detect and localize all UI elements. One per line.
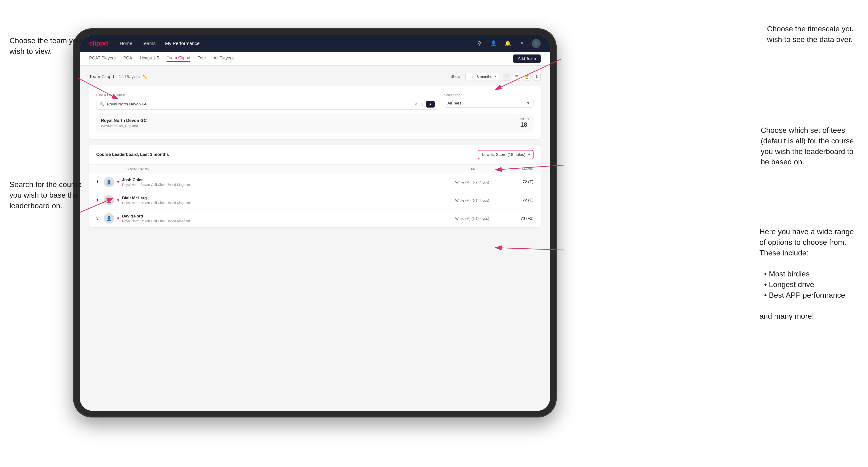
top-nav: clippd Home Teams My Performance ⚲ 👤 🔔 ⚬… xyxy=(80,35,550,52)
tee-select-wrap[interactable]: All Tees ▼ xyxy=(444,99,533,107)
bell-icon[interactable]: 🔔 xyxy=(503,39,512,48)
show-label: Show: xyxy=(451,74,462,79)
player-info-2: Blair McHarg Royal North Devon Golf Club… xyxy=(122,196,439,205)
nav-icons: ⚲ 👤 🔔 ⚬ 👤 xyxy=(475,39,540,48)
avatar-icon[interactable]: 👤 xyxy=(532,39,540,48)
leaderboard-title: Course Leaderboard, Last 3 months xyxy=(96,152,169,157)
download-button[interactable]: ⬇ xyxy=(533,73,540,81)
holes-box: Holes 18 xyxy=(519,118,529,128)
rank-1: 1 xyxy=(96,180,104,184)
leaderboard-col-headers: PLAYER NAME TEE SCORE xyxy=(89,165,540,173)
sub-nav-left: PGAT Players PGA Hcaps 1-5 Team Clippd T… xyxy=(89,55,234,62)
nav-link-myperformance[interactable]: My Performance xyxy=(165,41,200,46)
annotation-mid-right: Choose which set of tees(default is all)… xyxy=(761,125,854,167)
player-info-1: Josh Coles Royal North Devon Golf Club, … xyxy=(122,178,439,187)
sub-nav-team-clippd[interactable]: Team Clippd xyxy=(166,55,190,62)
rank-3: 3 xyxy=(96,216,104,221)
sub-nav: PGAT Players PGA Hcaps 1-5 Team Clippd T… xyxy=(80,52,550,66)
search-col: Find a Golf Course 🔍 ✕ ☆ ★ xyxy=(96,93,438,110)
view-toggle-buttons: ⊞ ☰ 🏆 ⬇ xyxy=(503,73,540,81)
add-team-button[interactable]: Add Team xyxy=(513,55,540,63)
tablet-screen: clippd Home Teams My Performance ⚲ 👤 🔔 ⚬… xyxy=(80,35,550,411)
annotation-top-right: Choose the timescale youwish to see the … xyxy=(767,24,854,45)
player-tee-3: White (M) (6,744 yds) xyxy=(439,217,505,220)
app-container: clippd Home Teams My Performance ⚲ 👤 🔔 ⚬… xyxy=(80,35,550,411)
nav-links: Home Teams My Performance xyxy=(120,41,475,46)
avatar-1: 👤 xyxy=(104,177,114,187)
search-magnify-icon: 🔍 xyxy=(100,102,104,106)
nav-link-home[interactable]: Home xyxy=(120,41,132,46)
course-result: Royal North Devon GC Westward Ho!, Engla… xyxy=(96,114,533,132)
heart-icon-3[interactable]: ♥ xyxy=(117,216,119,220)
search-icon[interactable]: ⚲ xyxy=(475,39,484,48)
course-location: Westward Ho!, England xyxy=(101,124,147,128)
clear-icon[interactable]: ✕ xyxy=(414,102,417,107)
settings-icon[interactable]: ⚬ xyxy=(518,39,526,48)
table-row: 1 👤 ♥ Blair McHarg Royal North Devon Gol… xyxy=(89,191,540,210)
find-course-label: Find a Golf Course xyxy=(96,93,438,97)
heart-icon-1[interactable]: ♥ xyxy=(117,180,119,184)
annotation-bottom-right: Here you have a wide rangeof options to … xyxy=(760,226,854,321)
tee-label: Select Tee xyxy=(444,93,533,97)
sub-nav-pgat[interactable]: PGAT Players xyxy=(89,56,116,62)
holes-label: Holes xyxy=(519,118,529,121)
annotation-top-left: Choose the team youwish to view. xyxy=(9,35,81,57)
sub-nav-pga[interactable]: PGA xyxy=(123,56,132,62)
team-title: Team Clippd | 14 Players ✏️ xyxy=(89,74,147,79)
avatar-2: 👤 xyxy=(104,195,114,206)
avatar-3: 👤 xyxy=(104,213,114,224)
nav-link-teams[interactable]: Teams xyxy=(142,41,156,46)
nav-logo: clippd xyxy=(89,40,108,47)
sub-nav-hcaps[interactable]: Hcaps 1-5 xyxy=(140,56,159,62)
heart-icon-2[interactable]: ♥ xyxy=(117,198,119,203)
tee-chevron-icon: ▼ xyxy=(526,101,530,105)
player-club-3: Royal North Devon Golf Club, United King… xyxy=(122,219,439,223)
person-icon[interactable]: 👤 xyxy=(489,39,498,48)
trophy-view-button[interactable]: 🏆 xyxy=(523,73,531,81)
table-row: 3 👤 ♥ David Ford Royal North Devon Golf … xyxy=(89,210,540,227)
player-score-2: 72 (E) xyxy=(505,198,533,203)
col-score-header: SCORE xyxy=(505,167,533,170)
grid-view-button[interactable]: ⊞ xyxy=(503,73,511,81)
tablet-frame: clippd Home Teams My Performance ⚲ 👤 🔔 ⚬… xyxy=(73,28,557,417)
leaderboard-card: Course Leaderboard, Last 3 months Lowest… xyxy=(89,145,540,227)
search-dark-button[interactable]: ★ xyxy=(426,101,435,107)
team-count: | 14 Players xyxy=(117,74,140,79)
search-card: Find a Golf Course 🔍 ✕ ☆ ★ xyxy=(89,86,540,139)
col-tee-header: TEE xyxy=(439,167,505,170)
player-club-2: Royal North Devon Golf Club, United King… xyxy=(122,201,439,205)
tee-select[interactable]: All Tees xyxy=(447,101,526,105)
sub-nav-all-players[interactable]: All Players xyxy=(214,56,234,62)
show-select[interactable]: Last 3 months xyxy=(465,73,499,81)
annotation-mid-left: Search for the courseyou wish to base th… xyxy=(9,179,82,211)
holes-number: 18 xyxy=(519,121,529,128)
player-score-1: 72 (E) xyxy=(505,180,533,184)
list-view-button[interactable]: ☰ xyxy=(513,73,521,81)
player-name-3: David Ford xyxy=(122,214,439,219)
sub-nav-tour[interactable]: Tour xyxy=(198,56,206,62)
team-controls: Show: Last 3 months ⊞ ☰ 🏆 ⬇ xyxy=(451,73,540,81)
player-name-2: Blair McHarg xyxy=(122,196,439,200)
course-name: Royal North Devon GC xyxy=(101,118,147,123)
col-player-header: PLAYER NAME xyxy=(125,167,439,170)
course-info: Royal North Devon GC Westward Ho!, Engla… xyxy=(101,118,147,128)
main-content: Team Clippd | 14 Players ✏️ Show: Last 3… xyxy=(80,66,550,411)
search-input-wrap: 🔍 ✕ ☆ ★ xyxy=(96,99,438,110)
player-score-3: 73 (+1) xyxy=(505,216,533,221)
player-tee-1: White (M) (6,744 yds) xyxy=(439,180,505,184)
star-icon[interactable]: ☆ xyxy=(420,102,424,107)
player-club-1: Royal North Devon Golf Club, United King… xyxy=(122,183,439,187)
table-row: 1 👤 ♥ Josh Coles Royal North Devon Golf … xyxy=(89,173,540,191)
rank-2: 1 xyxy=(96,198,104,203)
edit-icon[interactable]: ✏️ xyxy=(143,74,147,79)
search-row: Find a Golf Course 🔍 ✕ ☆ ★ xyxy=(96,93,533,110)
player-info-3: David Ford Royal North Devon Golf Club, … xyxy=(122,214,439,223)
team-header: Team Clippd | 14 Players ✏️ Show: Last 3… xyxy=(89,73,540,81)
team-name: Team Clippd xyxy=(89,74,114,79)
score-type-select[interactable]: Lowest Score (18 holes) xyxy=(478,150,533,159)
tee-col: Select Tee All Tees ▼ xyxy=(444,93,533,107)
search-input[interactable] xyxy=(107,102,412,106)
player-tee-2: White (M) (6,744 yds) xyxy=(439,198,505,203)
player-name-1: Josh Coles xyxy=(122,178,439,182)
leaderboard-header: Course Leaderboard, Last 3 months Lowest… xyxy=(89,145,540,165)
